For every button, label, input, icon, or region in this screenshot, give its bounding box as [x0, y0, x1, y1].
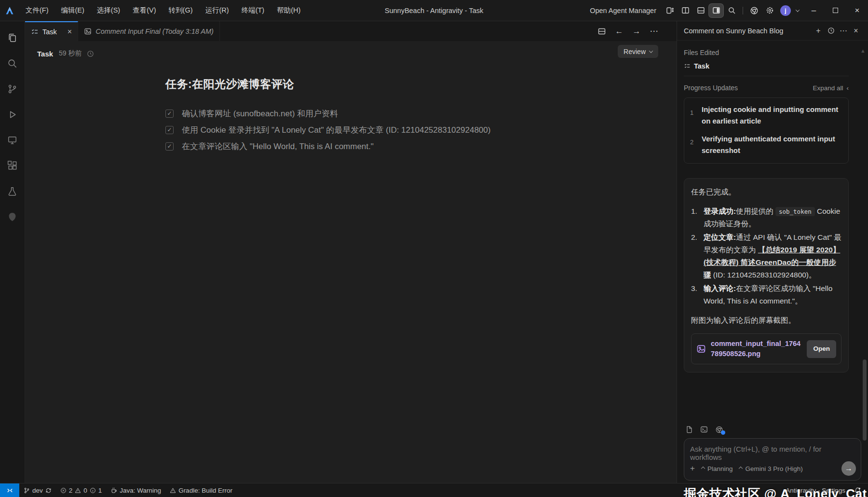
composer-input[interactable]: Ask anything (Ctrl+L), @ to mention, / f…	[684, 438, 861, 481]
new-conversation-icon[interactable]: +	[812, 25, 825, 37]
toggle-panel-icon[interactable]	[693, 4, 708, 17]
branch-name: dev	[32, 487, 43, 494]
warnings-icon	[75, 487, 81, 494]
panel-more-icon[interactable]: ⋯	[837, 25, 850, 37]
minimize-button[interactable]: –	[803, 0, 825, 21]
checkbox-checked-icon[interactable]: ✓	[165, 142, 174, 151]
search-sidebar-icon[interactable]	[0, 51, 25, 76]
split-columns-icon[interactable]	[678, 4, 692, 17]
tab-task-label: Task	[42, 28, 57, 36]
menu-file[interactable]: 文件(F)	[19, 0, 55, 21]
checklist-icon	[684, 63, 691, 69]
testing-icon[interactable]	[0, 179, 25, 204]
panel-close-icon[interactable]: ×	[850, 25, 862, 37]
remote-indicator[interactable]	[0, 483, 19, 497]
titlebar-separator	[743, 7, 743, 14]
titlebar-controls: Open Agent Manager j	[590, 0, 868, 21]
progress-item-text: Injecting cookie and inputting comment o…	[702, 104, 842, 127]
split-editor-icon[interactable]	[596, 25, 608, 38]
gradle-warning-icon	[170, 487, 176, 494]
gradle-status-label: Gradle: Build Error	[178, 487, 232, 494]
mode-selector[interactable]: Planning	[702, 465, 733, 472]
review-button[interactable]: Review	[618, 45, 658, 58]
run-debug-icon[interactable]	[0, 102, 25, 127]
code-chip: sob_token	[775, 207, 815, 216]
agent-panel-body: ▲ Files Edited Task Progress Updates Exp…	[677, 41, 868, 483]
plain-text: 使用提供的	[736, 207, 775, 215]
add-context-icon[interactable]: +	[690, 464, 695, 473]
menu-help[interactable]: 帮助(H)	[271, 0, 307, 21]
progress-item[interactable]: 2 Verifying authenticated comment input …	[690, 133, 842, 156]
task-title: Task	[37, 50, 53, 58]
menu-selection[interactable]: 选择(S)	[91, 0, 126, 21]
remote-explorer-icon[interactable]	[0, 127, 25, 153]
agent-extension-icon[interactable]	[0, 204, 25, 230]
more-actions-icon[interactable]: ⋯	[648, 25, 660, 38]
file-item-label: Task	[694, 62, 709, 70]
plain-text: (ID: 1210425283102924800)。	[711, 271, 816, 279]
agent-manager-icon[interactable]	[663, 4, 677, 17]
checkbox-checked-icon[interactable]: ✓	[165, 126, 174, 134]
source-control-icon[interactable]	[0, 76, 25, 102]
menu-go[interactable]: 转到(G)	[163, 0, 199, 21]
file-context-icon[interactable]	[685, 426, 693, 434]
panel-scrollbar[interactable]	[863, 359, 867, 441]
menu-view[interactable]: 查看(V)	[126, 0, 162, 21]
menu-edit[interactable]: 编辑(E)	[55, 0, 91, 21]
navigate-forward-icon[interactable]: →	[630, 25, 643, 38]
extensions-icon[interactable]	[0, 153, 25, 179]
open-attachment-button[interactable]: Open	[807, 340, 836, 358]
progress-item-number: 1	[690, 104, 700, 127]
task-header: Task 59 秒前 Review	[25, 41, 677, 66]
navigate-back-icon[interactable]: ←	[613, 25, 625, 38]
explorer-icon[interactable]	[0, 25, 25, 51]
browser-context-icon[interactable]	[715, 426, 723, 434]
checkbox-checked-icon[interactable]: ✓	[165, 110, 174, 118]
expand-all-button[interactable]: Expand all ‹	[813, 84, 849, 92]
open-agent-manager-button[interactable]: Open Agent Manager	[590, 7, 656, 14]
scroll-up-icon[interactable]: ▲	[860, 48, 866, 54]
tab-task[interactable]: Task ×	[25, 21, 78, 41]
problems-item[interactable]: 2 0 1	[56, 483, 107, 497]
send-button[interactable]: →	[841, 461, 856, 476]
toggle-right-sidebar-icon[interactable]	[709, 4, 723, 17]
progress-item-number: 2	[690, 133, 700, 156]
composer-context-icons	[685, 426, 861, 434]
attachment-card[interactable]: comment_input_final_1764789508526.png Op…	[691, 333, 841, 364]
avatar-initial: j	[785, 7, 786, 14]
browser-icon[interactable]	[747, 4, 761, 17]
progress-updates-card: 1 Injecting cookie and inputting comment…	[684, 97, 849, 164]
user-avatar[interactable]: j	[780, 5, 791, 16]
close-window-button[interactable]: ×	[846, 0, 868, 21]
account-chevron-icon[interactable]	[793, 4, 802, 17]
java-status-item[interactable]: Java: Warning	[106, 483, 165, 497]
progress-item[interactable]: 1 Injecting cookie and inputting comment…	[690, 104, 842, 127]
git-branch-item[interactable]: dev	[19, 483, 56, 497]
files-edited-item-task[interactable]: Task	[684, 62, 849, 70]
task-heading: 任务:在阳光沙滩博客评论	[165, 77, 570, 92]
menu-terminal[interactable]: 终端(T)	[235, 0, 271, 21]
search-icon[interactable]	[724, 4, 739, 17]
maximize-button[interactable]	[825, 0, 846, 21]
tab-comment-input-final[interactable]: Comment Input Final (Today 3:18 AM)	[78, 21, 220, 41]
tab-bar: Task × Comment Input Final (Today 3:18 A…	[25, 21, 677, 41]
errors-icon	[60, 487, 67, 494]
gradle-status-item[interactable]: Gradle: Build Error	[165, 483, 237, 497]
message-outro: 附图为输入评论后的屏幕截图。	[691, 314, 841, 327]
conversation-history-icon[interactable]	[825, 25, 837, 37]
model-selector[interactable]: Gemini 3 Pro (High)	[739, 465, 802, 472]
review-label: Review	[624, 48, 646, 55]
history-clock-icon[interactable]	[87, 50, 94, 57]
tab-close-icon[interactable]: ×	[68, 28, 72, 36]
message-intro: 任务已完成。	[691, 186, 841, 198]
app-window: 文件(F) 编辑(E) 选择(S) 查看(V) 转到(G) 运行(R) 终端(T…	[0, 0, 868, 497]
menu-run[interactable]: 运行(R)	[199, 0, 235, 21]
settings-gear-icon[interactable]	[762, 4, 777, 17]
image-icon	[84, 28, 92, 35]
task-document: 任务:在阳光沙滩博客评论 ✓ 确认博客网址 (sunofbeach.net) 和…	[165, 77, 570, 154]
terminal-context-icon[interactable]	[700, 426, 708, 434]
main-area: Task × Comment Input Final (Today 3:18 A…	[0, 21, 868, 483]
message-list: 1. 登录成功:使用提供的 sob_token Cookie 成功验证身份。 2…	[691, 205, 841, 307]
model-label: Gemini 3 Pro (High)	[745, 465, 802, 472]
list-item-text: 登录成功:使用提供的 sob_token Cookie 成功验证身份。	[704, 205, 841, 230]
